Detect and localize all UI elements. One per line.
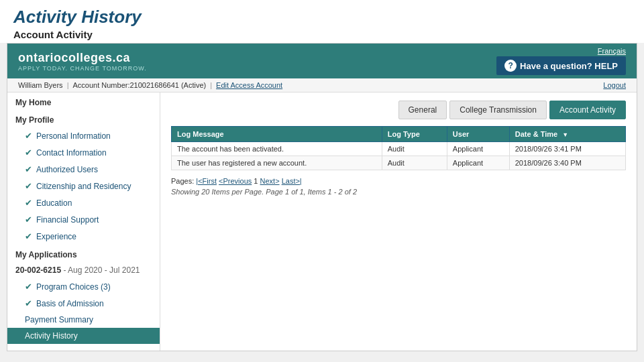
check-icon: ✔ [25, 181, 32, 191]
sidebar-item-citizenship[interactable]: ✔ Citizenship and Residency [7, 178, 160, 194]
sidebar-item-activity-history[interactable]: Activity History [7, 328, 160, 344]
sidebar-label: Financial Support [36, 215, 99, 225]
sidebar-my-home[interactable]: My Home [7, 93, 160, 110]
tab-bar: General College Transmission Account Act… [171, 101, 626, 119]
logo-text: ontariocolleges.ca [18, 51, 147, 65]
sidebar-my-applications: My Applications [7, 245, 160, 262]
col-log-type[interactable]: Log Type [382, 127, 447, 142]
logo-area: ontariocolleges.ca APPLY TODAY. CHANGE T… [18, 51, 147, 72]
account-number: Account Number:210021686641 (Active) [72, 81, 206, 89]
sidebar-my-profile: My Profile [7, 110, 160, 127]
main-wrapper: ontariocolleges.ca APPLY TODAY. CHANGE T… [7, 43, 637, 351]
cell-log-type: Audit [382, 142, 447, 156]
cell-log-type: Audit [382, 156, 447, 170]
page-title-area: Activity History Account Activity [0, 0, 644, 43]
sidebar-label: Contact Information [36, 148, 107, 158]
cell-log-message: The user has registered a new account. [172, 156, 382, 170]
help-button[interactable]: ? Have a question? HELP [496, 56, 626, 75]
table-row: The account has been activated. Audit Ap… [172, 142, 626, 156]
pagination: Pages: |<First <Previous 1 Next> Last>| [171, 177, 626, 185]
next-page-link[interactable]: Next> [260, 177, 280, 185]
prev-page-link[interactable]: <Previous [219, 177, 252, 185]
table-row: The user has registered a new account. A… [172, 156, 626, 170]
main-content: General College Transmission Account Act… [160, 93, 637, 351]
sidebar: My Home My Profile ✔ Personal Informatio… [7, 93, 160, 351]
check-icon: ✔ [25, 198, 32, 208]
cell-date-time: 2018/09/26 3:41 PM [509, 142, 625, 156]
sidebar-item-program-choices[interactable]: ✔ Program Choices (3) [7, 278, 160, 295]
content-area: My Home My Profile ✔ Personal Informatio… [7, 93, 637, 351]
tab-account-activity[interactable]: Account Activity [549, 101, 626, 119]
check-icon: ✔ [25, 282, 32, 292]
sidebar-label: Activity History [25, 331, 78, 341]
logo-tagline: APPLY TODAY. CHANGE TOMORROW. [18, 65, 147, 72]
francais-link[interactable]: Français [598, 47, 626, 55]
help-icon: ? [504, 60, 517, 72]
user-bar-left: William Byers | Account Number:210021686… [18, 81, 282, 89]
check-icon: ✔ [25, 131, 32, 141]
sidebar-label: Program Choices (3) [36, 282, 111, 292]
page-title: Activity History [13, 7, 631, 27]
sidebar-label: Basis of Admission [36, 299, 104, 308]
cell-user: Applicant [447, 142, 509, 156]
tab-general[interactable]: General [398, 101, 447, 119]
check-icon: ✔ [25, 147, 32, 158]
help-label: Have a question? HELP [520, 61, 618, 71]
sidebar-item-payment-summary[interactable]: Payment Summary [7, 312, 160, 328]
pagination-info: Showing 20 Items per Page. Page 1 of 1, … [171, 188, 626, 196]
check-icon: ✔ [25, 231, 32, 241]
page-subtitle: Account Activity [13, 29, 631, 40]
sort-icon: ▼ [562, 131, 568, 138]
sidebar-item-experience[interactable]: ✔ Experience [7, 228, 160, 245]
check-icon: ✔ [25, 215, 32, 225]
col-user[interactable]: User [447, 127, 509, 142]
pagination-text: Pages: [171, 177, 196, 185]
sidebar-item-financial-support[interactable]: ✔ Financial Support [7, 211, 160, 228]
sidebar-item-basis-of-admission[interactable]: ✔ Basis of Admission [7, 295, 160, 312]
app-dates: - Aug 2020 - Jul 2021 [63, 265, 140, 275]
tab-college-transmission[interactable]: College Transmission [449, 101, 547, 119]
sidebar-label: Personal Information [36, 131, 111, 141]
edit-access-link[interactable]: Edit Access Account [216, 81, 282, 89]
sidebar-application-item[interactable]: 20-002-6215 - Aug 2020 - Jul 2021 [7, 262, 160, 278]
app-code: 20-002-6215 [15, 265, 61, 275]
col-log-message[interactable]: Log Message [172, 127, 382, 142]
col-date-time[interactable]: Date & Time ▼ [509, 127, 625, 142]
last-page-link[interactable]: Last>| [282, 177, 302, 185]
logout-button[interactable]: Logout [603, 81, 626, 89]
sidebar-label: Payment Summary [25, 315, 93, 324]
user-name: William Byers [18, 81, 63, 89]
header-right: Français ? Have a question? HELP [496, 47, 626, 75]
sidebar-item-authorized-users[interactable]: ✔ Authorized Users [7, 161, 160, 178]
sidebar-item-contact-info[interactable]: ✔ Contact Information [7, 144, 160, 161]
sidebar-label: Authorized Users [36, 165, 98, 174]
activity-table: Log Message Log Type User Date & Time ▼ [171, 126, 626, 170]
user-bar: William Byers | Account Number:210021686… [7, 78, 637, 93]
sidebar-label: Citizenship and Residency [36, 182, 131, 191]
sidebar-label: Experience [36, 232, 76, 241]
cell-log-message: The account has been activated. [172, 142, 382, 156]
check-icon: ✔ [25, 298, 32, 308]
cell-date-time: 2018/09/26 3:40 PM [509, 156, 625, 170]
first-page-link[interactable]: |<First [196, 177, 217, 185]
sidebar-label: Education [36, 198, 72, 208]
cell-user: Applicant [447, 156, 509, 170]
header-bar: ontariocolleges.ca APPLY TODAY. CHANGE T… [7, 44, 637, 78]
sidebar-item-personal-info[interactable]: ✔ Personal Information [7, 127, 160, 144]
check-icon: ✔ [25, 164, 32, 174]
sidebar-item-education[interactable]: ✔ Education [7, 194, 160, 211]
